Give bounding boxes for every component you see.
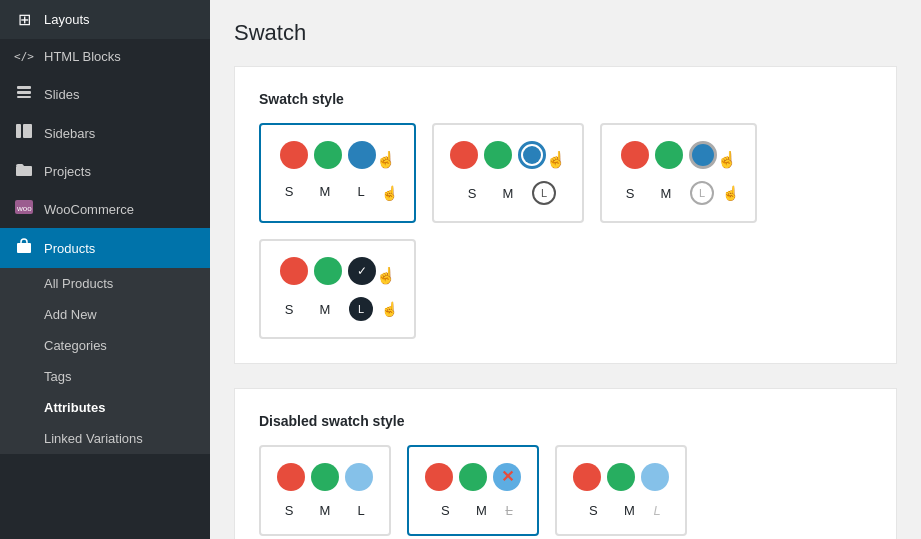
- labels-row: S M L: [581, 503, 660, 518]
- cursor-icon: ☝: [546, 150, 566, 169]
- swatch-style-label: Swatch style: [259, 91, 872, 107]
- blue-circle-variant: [689, 141, 717, 169]
- circles-row: [277, 463, 373, 491]
- sidebar-item-layouts[interactable]: ⊞ Layouts: [0, 0, 210, 39]
- labels-row: S M L: [460, 181, 556, 205]
- submenu-tags[interactable]: Tags: [0, 361, 210, 392]
- label-m: M: [617, 503, 641, 518]
- sidebars-icon: [14, 124, 34, 142]
- disabled-swatch-option-3[interactable]: S M L: [555, 445, 687, 536]
- label-l-italic: L: [653, 503, 660, 518]
- swatch-style-section: Swatch style ☝ S M L ☝: [234, 66, 897, 364]
- submenu-linked-variations[interactable]: Linked Variations: [0, 423, 210, 454]
- label-s: S: [277, 503, 301, 518]
- disabled-swatch-option-2[interactable]: ✕ S M L: [407, 445, 539, 536]
- submenu-add-new[interactable]: Add New: [0, 299, 210, 330]
- label-l-dark: L: [349, 297, 373, 321]
- label-s: S: [460, 186, 484, 201]
- label-s: S: [581, 503, 605, 518]
- swatch-option-2[interactable]: ☝ S M L: [432, 123, 584, 223]
- blue-x-circle: ✕: [493, 463, 521, 491]
- label-s: S: [277, 184, 301, 199]
- submenu-all-products[interactable]: All Products: [0, 268, 210, 299]
- svg-rect-0: [17, 86, 31, 89]
- label-m: M: [496, 186, 520, 201]
- navy-check-circle: ✓: [348, 257, 376, 285]
- swatch-style-options: ☝ S M L ☝: [259, 123, 872, 339]
- sidebar-item-label: WooCommerce: [44, 202, 196, 217]
- cursor-icon: ☝: [717, 150, 737, 169]
- labels-row: S M L ☝: [277, 181, 398, 201]
- label-l: L: [349, 503, 373, 518]
- red-circle: [621, 141, 649, 169]
- sidebar-item-projects[interactable]: Projects: [0, 152, 210, 190]
- sidebar-item-products[interactable]: Products: [0, 228, 210, 268]
- circles-row: ☝: [450, 141, 566, 169]
- woocommerce-icon: woo: [14, 200, 34, 218]
- sidebar-item-label: Slides: [44, 87, 196, 102]
- sidebar-item-label: Projects: [44, 164, 196, 179]
- circles-row: ☝: [621, 141, 737, 169]
- slides-icon: [14, 84, 34, 104]
- light-blue-circle: [345, 463, 373, 491]
- label-m: M: [313, 302, 337, 317]
- products-submenu: All Products Add New Categories Tags Att…: [0, 268, 210, 454]
- red-circle: [425, 463, 453, 491]
- svg-rect-4: [23, 124, 32, 138]
- label-s: S: [618, 186, 642, 201]
- disabled-swatch-label: Disabled swatch style: [259, 413, 872, 429]
- circles-row: ☝: [280, 141, 396, 169]
- products-icon: [14, 238, 34, 258]
- svg-rect-2: [17, 96, 31, 98]
- svg-rect-1: [17, 91, 31, 94]
- projects-icon: [14, 162, 34, 180]
- sidebar-item-label: Layouts: [44, 12, 196, 27]
- swatch-option-1[interactable]: ☝ S M L ☝: [259, 123, 416, 223]
- label-s: S: [433, 503, 457, 518]
- red-circle: [573, 463, 601, 491]
- green-circle: [655, 141, 683, 169]
- sidebar-item-slides[interactable]: Slides: [0, 74, 210, 114]
- cursor-icon: ☝: [376, 150, 396, 169]
- svg-rect-3: [16, 124, 21, 138]
- green-circle: [314, 141, 342, 169]
- html-blocks-icon: </>: [14, 50, 34, 63]
- green-circle: [311, 463, 339, 491]
- svg-text:woo: woo: [16, 204, 32, 213]
- label-m: M: [469, 503, 493, 518]
- green-circle: [314, 257, 342, 285]
- green-circle: [607, 463, 635, 491]
- light-blue-circle: [641, 463, 669, 491]
- sidebar-item-sidebars[interactable]: Sidebars: [0, 114, 210, 152]
- submenu-attributes[interactable]: Attributes: [0, 392, 210, 423]
- label-m: M: [654, 186, 678, 201]
- label-l-outlined: L: [532, 181, 556, 205]
- label-m: M: [313, 503, 337, 518]
- sidebar-item-woocommerce[interactable]: woo WooCommerce: [0, 190, 210, 228]
- label-l: L: [349, 184, 373, 199]
- page-title: Swatch: [234, 20, 897, 46]
- green-circle: [484, 141, 512, 169]
- cursor-icon-labels: ☝: [381, 185, 398, 201]
- green-circle: [459, 463, 487, 491]
- swatch-option-3[interactable]: ☝ S M L ☝: [600, 123, 757, 223]
- cursor-icon-l: ☝: [722, 185, 739, 201]
- disabled-swatch-options: S M L ✕ S M: [259, 445, 872, 536]
- sidebar-item-label: Sidebars: [44, 126, 196, 141]
- circles-row: ✓ ☝: [280, 257, 396, 285]
- labels-row: S M L ☝: [277, 297, 398, 321]
- disabled-swatch-option-1[interactable]: S M L: [259, 445, 391, 536]
- svg-rect-8: [17, 243, 31, 253]
- labels-row: S M L: [277, 503, 373, 518]
- swatch-option-4[interactable]: ✓ ☝ S M L ☝: [259, 239, 416, 339]
- submenu-categories[interactable]: Categories: [0, 330, 210, 361]
- svg-rect-5: [16, 166, 32, 176]
- circles-row: [573, 463, 669, 491]
- sidebar-item-label: HTML Blocks: [44, 49, 196, 64]
- sidebar-item-label: Products: [44, 241, 196, 256]
- label-l-outlined: L: [690, 181, 714, 205]
- blue-circle: [348, 141, 376, 169]
- label-s: S: [277, 302, 301, 317]
- red-circle: [450, 141, 478, 169]
- sidebar-item-html-blocks[interactable]: </> HTML Blocks: [0, 39, 210, 74]
